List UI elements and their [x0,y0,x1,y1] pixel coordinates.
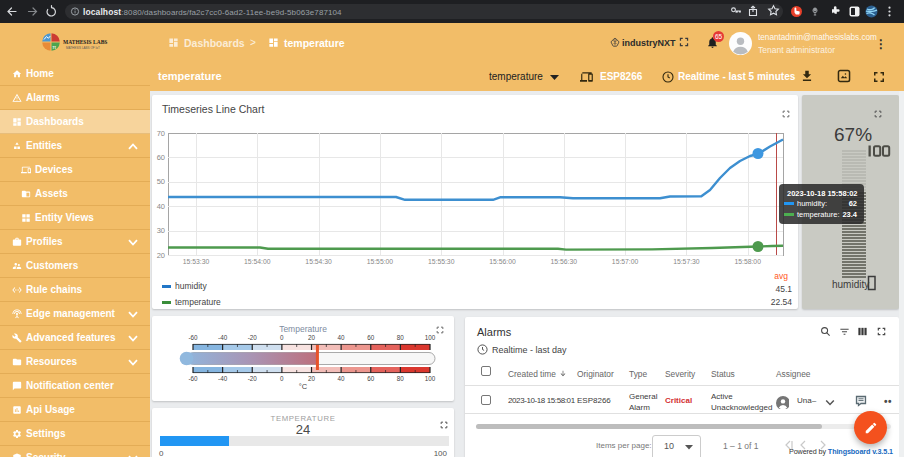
svg-text:-20: -20 [248,334,258,341]
svg-text:0: 0 [280,375,284,382]
svg-text:70: 70 [157,129,165,138]
svg-text:60: 60 [157,153,165,162]
svg-text:π: π [52,44,56,50]
svg-text:40: 40 [338,375,346,382]
svg-text:50: 50 [157,177,165,186]
svg-text:15:55:00: 15:55:00 [367,258,394,265]
svg-text:-40: -40 [218,375,228,382]
svg-text:60: 60 [367,334,375,341]
svg-text:15:55:30: 15:55:30 [428,258,455,265]
svg-text:-40: -40 [218,334,228,341]
svg-text:15:53:30: 15:53:30 [183,258,210,265]
svg-text:60: 60 [367,375,375,382]
svg-text:80: 80 [397,334,405,341]
svg-text:15:54:30: 15:54:30 [305,258,332,265]
svg-text:-60: -60 [188,375,198,382]
svg-text:80: 80 [397,375,405,382]
svg-text:30: 30 [157,226,165,235]
svg-text:20: 20 [308,334,316,341]
svg-text:20: 20 [308,375,316,382]
svg-text:0: 0 [280,334,284,341]
svg-text:100: 100 [425,334,436,341]
svg-text:15:56:30: 15:56:30 [551,258,578,265]
svg-text:-20: -20 [248,375,258,382]
svg-text:-60: -60 [188,334,198,341]
svg-text:15:54:00: 15:54:00 [244,258,271,265]
svg-text:MATHESIS LABS: MATHESIS LABS [63,39,107,45]
svg-text:15:57:30: 15:57:30 [673,258,700,265]
svg-text:15:57:00: 15:57:00 [612,258,639,265]
svg-text:40: 40 [157,202,165,211]
svg-text:MATHESIS LABS OF IoT: MATHESIS LABS OF IoT [66,46,100,50]
svg-text:20: 20 [157,251,165,260]
svg-text:100: 100 [425,375,436,382]
svg-text:40: 40 [338,334,346,341]
svg-text:15:56:00: 15:56:00 [489,258,516,265]
svg-text:15:58:00: 15:58:00 [734,258,761,265]
